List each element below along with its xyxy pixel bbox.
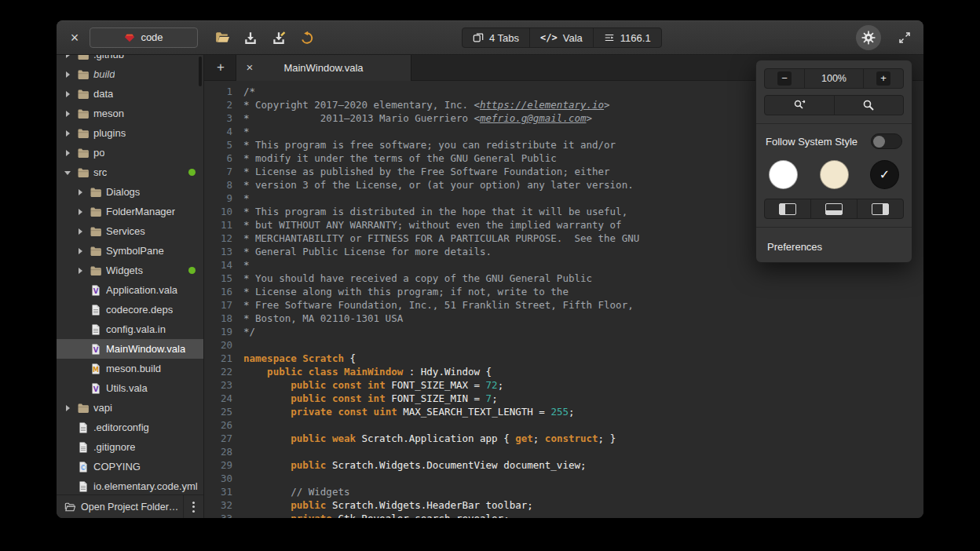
save-as-button[interactable] — [267, 26, 291, 49]
project-menu-button[interactable] — [183, 495, 203, 518]
layout-sidebar-left-button[interactable] — [764, 199, 811, 219]
zoom-level-button[interactable]: 100% — [804, 68, 864, 89]
expander-closed-icon[interactable] — [63, 128, 73, 139]
expander-closed-icon[interactable] — [75, 206, 86, 217]
style-circles-row: ✓ — [769, 160, 899, 189]
folder-icon — [77, 55, 90, 61]
open-project-folder-button[interactable]: Open Project Folder… — [57, 495, 183, 518]
tree-folder-build[interactable]: build — [57, 64, 203, 84]
tab-close-button[interactable]: × — [243, 60, 257, 75]
style-sepia-button[interactable] — [820, 160, 849, 189]
tree-folder-Services[interactable]: Services — [57, 221, 203, 241]
file-icon — [90, 363, 102, 375]
code-text: * version 3 of the License, or (at your … — [232, 178, 634, 192]
tree-folder-meson[interactable]: meson — [57, 104, 203, 123]
expander-closed-icon[interactable] — [75, 246, 86, 257]
headerbar-file-actions — [210, 26, 319, 49]
tree-file-Utils.vala[interactable]: Utils.vala — [57, 378, 203, 398]
expander-closed-icon[interactable] — [63, 148, 73, 159]
code-token: * modify it under the terms of the GNU G… — [243, 152, 557, 164]
code-token: // Widgets — [291, 486, 349, 498]
sidebar-footer: Open Project Folder… — [57, 494, 203, 518]
tab-title: MainWindow.vala — [236, 62, 411, 74]
expander-spacer — [63, 481, 73, 492]
expander-closed-icon[interactable] — [63, 69, 73, 80]
code-token: * Boston, MA 02110-1301 USA — [243, 312, 403, 324]
tab-mainwindow[interactable]: × MainWindow.vala — [236, 55, 411, 81]
tree-folder-po[interactable]: po — [57, 143, 203, 162]
follow-system-style-label: Follow System Style — [766, 136, 858, 148]
tree-folder-FolderManager[interactable]: FolderManager — [57, 202, 203, 221]
tree-file-MainWindow.vala[interactable]: MainWindow.vala — [57, 339, 203, 359]
code-token: * 2011–2013 Mario Guerriero < — [243, 112, 480, 124]
tree-folder-vapi[interactable]: vapi — [57, 398, 203, 418]
zoom-in-icon: + — [876, 71, 890, 86]
save-file-button[interactable] — [239, 26, 262, 49]
tree-item-label: src — [93, 166, 107, 178]
folder-icon — [77, 402, 90, 414]
zoom-in-button[interactable]: + — [863, 68, 904, 89]
layout-sidebar-right-button[interactable] — [857, 199, 904, 219]
expander-closed-icon[interactable] — [75, 265, 86, 276]
popover-separator — [756, 227, 912, 228]
tree-file-Application.vala[interactable]: Application.vala — [57, 280, 203, 300]
style-dark-button[interactable]: ✓ — [870, 160, 899, 189]
tree-file-io.elementary.code.yml[interactable]: io.elementary.code.yml — [57, 476, 203, 494]
tree-file-.gitignore[interactable]: .gitignore — [57, 437, 203, 457]
expander-spacer — [63, 422, 73, 433]
expander-closed-icon[interactable] — [63, 55, 73, 60]
expander-closed-icon[interactable] — [75, 226, 86, 237]
revert-button[interactable] — [295, 26, 319, 49]
window-close-button[interactable]: × — [64, 27, 85, 48]
tree-folder-Dialogs[interactable]: Dialogs — [57, 182, 203, 202]
expander-closed-icon[interactable] — [63, 89, 73, 100]
project-chooser-button[interactable]: code — [90, 27, 198, 48]
expander-closed-icon[interactable] — [63, 108, 73, 119]
tree-file-codecore.deps[interactable]: codecore.deps — [57, 300, 203, 319]
tree-folder-src[interactable]: src — [57, 162, 203, 182]
expander-spacer — [75, 383, 86, 394]
code-text: * — [232, 125, 250, 138]
expander-spacer — [75, 305, 86, 316]
new-tab-button[interactable]: + — [210, 57, 231, 78]
modified-badge — [188, 267, 196, 274]
file-icon — [77, 441, 90, 454]
tree-file-config.vala.in[interactable]: config.vala.in — [57, 319, 203, 339]
fullscreen-button[interactable] — [894, 27, 916, 49]
code-text: /* — [232, 85, 255, 98]
tree-folder-Widgets[interactable]: Widgets — [57, 261, 203, 280]
goto-line-button[interactable]: 1166.1 — [593, 27, 662, 48]
code-text: * Free Software Foundation, Inc., 51 Fra… — [232, 298, 634, 312]
folder-icon — [90, 245, 102, 257]
open-file-button[interactable] — [210, 26, 234, 49]
preferences-item[interactable]: Preferences — [764, 235, 904, 254]
sidebar-scrollbar[interactable] — [199, 57, 202, 86]
code-token: Scratch.Widgets.HeaderBar toolbar; — [326, 499, 532, 511]
layout-bottom-panel-button[interactable] — [810, 199, 858, 219]
code-token — [326, 432, 332, 444]
tree-folder-plugins[interactable]: plugins — [57, 123, 203, 143]
tree-folder-.github[interactable]: .github — [57, 55, 203, 64]
zoom-out-button[interactable]: − — [764, 68, 805, 89]
tabs-overview-button[interactable]: 4 Tabs — [462, 27, 530, 48]
expander-closed-icon[interactable] — [63, 403, 73, 414]
code-token — [243, 366, 267, 378]
find-replace-button[interactable] — [764, 95, 835, 115]
language-selector-button[interactable]: </> Vala — [529, 27, 594, 48]
expander-spacer — [75, 363, 86, 374]
global-search-button[interactable] — [834, 95, 905, 115]
tree-file-COPYING[interactable]: COPYING — [57, 457, 203, 476]
code-token: public — [291, 392, 326, 404]
headerbar-main: 4 Tabs </> Vala 1166.1 — [204, 20, 923, 54]
expander-closed-icon[interactable] — [75, 187, 86, 198]
follow-system-style-toggle[interactable] — [871, 133, 902, 149]
tree-file-meson.build[interactable]: meson.build — [57, 359, 203, 378]
code-token: MAX_SEARCH_TEXT_LENGTH = — [397, 406, 551, 418]
tree-file-.editorconfig[interactable]: .editorconfig — [57, 418, 203, 437]
tree-folder-data[interactable]: data — [57, 84, 203, 104]
expander-open-icon[interactable] — [63, 167, 73, 178]
code-line: 31 // Widgets — [204, 485, 923, 498]
tree-folder-SymbolPane[interactable]: SymbolPane — [57, 241, 203, 261]
settings-button[interactable] — [856, 25, 881, 50]
style-light-button[interactable] — [769, 160, 798, 189]
